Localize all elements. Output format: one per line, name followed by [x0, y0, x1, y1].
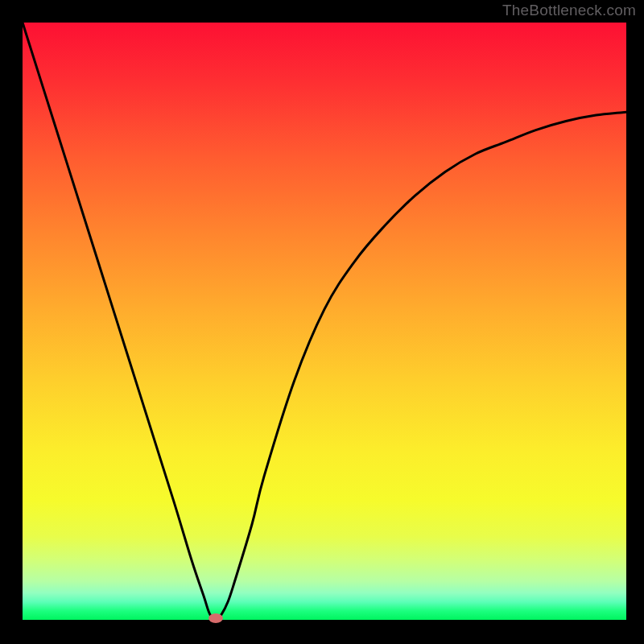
minimum-point-marker — [208, 613, 223, 623]
bottleneck-curve-chart — [0, 0, 644, 644]
chart-plot-area — [23, 23, 626, 620]
attribution-label: TheBottleneck.com — [502, 2, 636, 19]
chart-container: TheBottleneck.com — [0, 0, 644, 644]
